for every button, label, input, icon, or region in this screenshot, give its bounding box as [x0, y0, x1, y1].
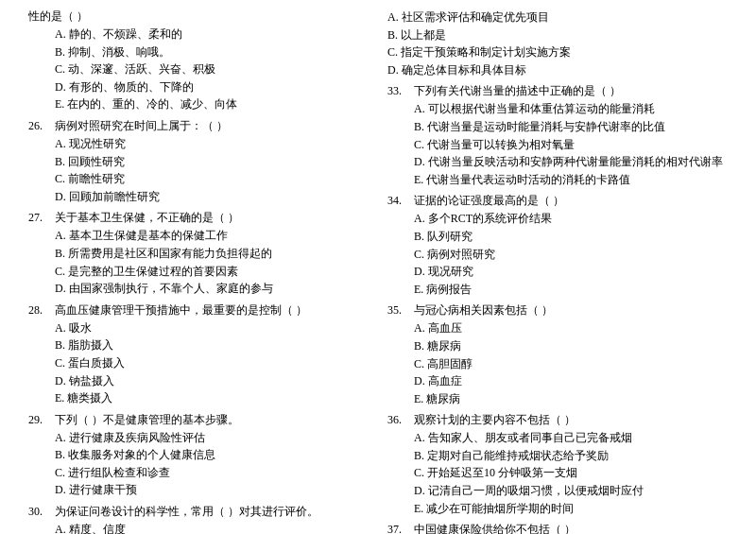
question-title: 性的是（ ）	[28, 8, 369, 25]
page-container: 性的是（ ） A. 静的、不烦躁、柔和的 B. 抑制、消极、响哦。 C. 动、深…	[0, 0, 756, 534]
option-b: B. 所需费用是社区和国家有能力负担得起的	[55, 245, 369, 263]
option-c: C. 病例对照研究	[414, 246, 728, 264]
question-36-num: 36.	[387, 411, 414, 428]
question-26-num: 26.	[28, 117, 55, 134]
question-34-num: 34.	[387, 192, 414, 209]
option-a: A. 告知家人、朋友或者同事自己已完备戒烟	[414, 429, 728, 447]
option-a: A. 多个RCT的系统评价结果	[414, 210, 728, 228]
main-content: 性的是（ ） A. 静的、不烦躁、柔和的 B. 抑制、消极、响哦。 C. 动、深…	[28, 8, 728, 534]
right-top-block: A. 社区需求评估和确定优先项目 B. 以上都是 C. 指定干预策略和制定计划实…	[387, 9, 728, 78]
question-26-options: A. 现况性研究 B. 回顾性研究 C. 前瞻性研究 D. 回顾加前瞻性研究	[28, 135, 369, 205]
option-e: E. 糖类摄入	[55, 389, 369, 407]
question-35-num: 35.	[387, 301, 414, 319]
option-e: E. 减少在可能抽烟所学期的时间	[414, 500, 728, 518]
option-c: C. 前瞻性研究	[55, 170, 369, 188]
question-26-text: 病例对照研究在时间上属于：（ ）	[55, 117, 369, 134]
question-28-num: 28.	[28, 301, 55, 319]
option-b: B. 收集服务对象的个人健康信息	[55, 446, 369, 464]
question-34-title: 34. 证据的论证强度最高的是（ ）	[387, 192, 728, 209]
option-d: D. 回顾加前瞻性研究	[55, 188, 369, 206]
question-27-block: 27. 关于基本卫生保健，不正确的是（ ） A. 基本卫生保健是基本的保健工作 …	[28, 209, 369, 297]
option-d: D. 现况研究	[414, 263, 728, 281]
option-e: E. 病例报告	[414, 281, 728, 299]
question-27-options: A. 基本卫生保健是基本的保健工作 B. 所需费用是社区和国家有能力负担得起的 …	[28, 227, 369, 297]
option-b: B. 抑制、消极、响哦。	[55, 43, 369, 61]
question-33-text: 下列有关代谢当量的描述中正确的是（ ）	[414, 82, 728, 99]
question-33-options: A. 可以根据代谢当量和体重估算运动的能量消耗 B. 代谢当量是运动时能量消耗与…	[387, 100, 728, 188]
question-34-block: 34. 证据的论证强度最高的是（ ） A. 多个RCT的系统评价结果 B. 队列…	[387, 192, 728, 298]
option-d: D. 进行健康干预	[55, 481, 369, 499]
option-a: A. 进行健康及疾病风险性评估	[55, 429, 369, 447]
right-top-options: A. 社区需求评估和确定优先项目 B. 以上都是 C. 指定干预策略和制定计划实…	[387, 9, 728, 78]
option-a: A. 社区需求评估和确定优先项目	[387, 9, 728, 26]
option-b: B. 队列研究	[414, 228, 728, 246]
question-33-num: 33.	[387, 82, 414, 99]
question-text: 性的是（ ）	[28, 8, 369, 25]
left-column: 性的是（ ） A. 静的、不烦躁、柔和的 B. 抑制、消极、响哦。 C. 动、深…	[28, 8, 369, 534]
question-30-num: 30.	[28, 503, 55, 520]
question-26-title: 26. 病例对照研究在时间上属于：（ ）	[28, 117, 369, 134]
question-28-text: 高血压健康管理干预措施中，最重要的是控制（ ）	[55, 301, 369, 319]
option-d: D. 确定总体目标和具体目标	[387, 61, 728, 79]
question-29-num: 29.	[28, 411, 55, 428]
question-27-title: 27. 关于基本卫生保健，不正确的是（ ）	[28, 209, 369, 226]
option-b: B. 脂肪摄入	[55, 336, 369, 354]
option-b: B. 以上都是	[387, 26, 728, 44]
option-d: D. 有形的、物质的、下降的	[55, 78, 369, 96]
question-33-title: 33. 下列有关代谢当量的描述中正确的是（ ）	[387, 82, 728, 99]
option-d: D. 由国家强制执行，不靠个人、家庭的参与	[55, 280, 369, 298]
option-c: C. 进行组队检查和诊查	[55, 464, 369, 482]
options: A. 静的、不烦躁、柔和的 B. 抑制、消极、响哦。 C. 动、深邃、活跃、兴奋…	[28, 26, 369, 113]
question-29-text: 下列（ ）不是健康管理的基本步骤。	[55, 411, 369, 428]
option-a: A. 基本卫生保健是基本的保健工作	[55, 227, 369, 245]
option-b: B. 回顾性研究	[55, 153, 369, 171]
question-28-title: 28. 高血压健康管理干预措施中，最重要的是控制（ ）	[28, 301, 369, 319]
question-36-block: 36. 观察计划的主要内容不包括（ ） A. 告知家人、朋友或者同事自己已完备戒…	[387, 411, 728, 517]
option-b: B. 定期对自己能维持戒烟状态给予奖励	[414, 447, 728, 465]
option-c: C. 开始延迟至10 分钟吸第一支烟	[414, 464, 728, 482]
question-30-title: 30. 为保证问卷设计的科学性，常用（ ）对其进行评价。	[28, 503, 369, 520]
option-a: A. 精度、信度	[55, 521, 369, 534]
question-37-text: 中国健康保险供给你不包括（ ）	[414, 521, 728, 534]
option-a: A. 静的、不烦躁、柔和的	[55, 26, 369, 43]
question-35-block: 35. 与冠心病相关因素包括（ ） A. 高血压 B. 糖尿病 C. 高胆固醇 …	[387, 301, 728, 407]
question-36-title: 36. 观察计划的主要内容不包括（ ）	[387, 411, 728, 428]
option-a: A. 吸水	[55, 319, 369, 337]
question-27-num: 27.	[28, 209, 55, 226]
option-d: D. 记清自己一周的吸烟习惯，以便戒烟时应付	[414, 482, 728, 500]
question-33-block: 33. 下列有关代谢当量的描述中正确的是（ ） A. 可以根据代谢当量和体重估算…	[387, 82, 728, 188]
question-28-block: 28. 高血压健康管理干预措施中，最重要的是控制（ ） A. 吸水 B. 脂肪摄…	[28, 301, 369, 407]
question-36-text: 观察计划的主要内容不包括（ ）	[414, 411, 728, 428]
question-37-num: 37.	[387, 521, 414, 534]
question-29-block: 29. 下列（ ）不是健康管理的基本步骤。 A. 进行健康及疾病风险性评估 B.…	[28, 411, 369, 499]
option-b: B. 糖尿病	[414, 337, 728, 355]
question-35-options: A. 高血压 B. 糖尿病 C. 高胆固醇 D. 高血症 E. 糖尿病	[387, 319, 728, 407]
question-35-text: 与冠心病相关因素包括（ ）	[414, 301, 728, 319]
question-28-options: A. 吸水 B. 脂肪摄入 C. 蛋白质摄入 D. 钠盐摄入 E. 糖类摄入	[28, 319, 369, 407]
option-d: D. 高血症	[414, 372, 728, 390]
option-c: C. 指定干预策略和制定计划实施方案	[387, 43, 728, 61]
question-36-options: A. 告知家人、朋友或者同事自己已完备戒烟 B. 定期对自己能维持戒烟状态给予奖…	[387, 429, 728, 517]
option-a: A. 高血压	[414, 319, 728, 337]
question-35-title: 35. 与冠心病相关因素包括（ ）	[387, 301, 728, 319]
option-c: C. 动、深邃、活跃、兴奋、积极	[55, 60, 369, 78]
question-34-options: A. 多个RCT的系统评价结果 B. 队列研究 C. 病例对照研究 D. 现况研…	[387, 210, 728, 298]
option-e: E. 代谢当量代表运动时活动的消耗的卡路值	[414, 171, 728, 189]
question-29-title: 29. 下列（ ）不是健康管理的基本步骤。	[28, 411, 369, 428]
option-c: C. 高胆固醇	[414, 355, 728, 373]
question-26-block: 26. 病例对照研究在时间上属于：（ ） A. 现况性研究 B. 回顾性研究 C…	[28, 117, 369, 205]
question-37-block: 37. 中国健康保险供给你不包括（ ） A. 健康保险专业化经营业处成效 B. …	[387, 521, 728, 534]
option-b: B. 代谢当量是运动时能量消耗与安静代谢率的比值	[414, 118, 728, 136]
question-27-text: 关于基本卫生保健，不正确的是（ ）	[55, 209, 369, 226]
option-e: E. 在内的、重的、冷的、减少、向体	[55, 95, 369, 113]
question-30-text: 为保证问卷设计的科学性，常用（ ）对其进行评价。	[55, 503, 369, 520]
option-c: C. 蛋白质摄入	[55, 354, 369, 372]
option-e: E. 糖尿病	[414, 390, 728, 408]
question-30-options: A. 精度、信度 B. 信度、效度 C. 广度、精度 D. 精度、效度	[28, 521, 369, 534]
question-34-text: 证据的论证强度最高的是（ ）	[414, 192, 728, 209]
question-29-options: A. 进行健康及疾病风险性评估 B. 收集服务对象的个人健康信息 C. 进行组队…	[28, 429, 369, 499]
right-column: A. 社区需求评估和确定优先项目 B. 以上都是 C. 指定干预策略和制定计划实…	[387, 8, 728, 534]
option-a: A. 现况性研究	[55, 135, 369, 153]
question-30-block: 30. 为保证问卷设计的科学性，常用（ ）对其进行评价。 A. 精度、信度 B.…	[28, 503, 369, 534]
option-c: C. 代谢当量可以转换为相对氧量	[414, 136, 728, 154]
